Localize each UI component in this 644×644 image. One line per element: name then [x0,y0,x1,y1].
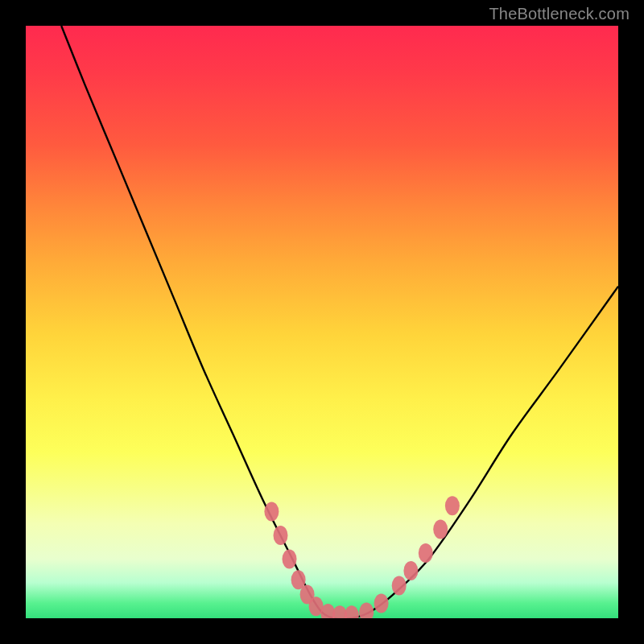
marker-dot [445,496,460,515]
marker-dot [374,594,389,613]
marker-dot [433,520,448,539]
chart-frame: TheBottleneck.com [0,0,644,644]
marker-dot [274,526,288,545]
plot-area [26,26,618,618]
marker-dot [403,561,418,580]
marker-dot [283,549,297,568]
marker-dot [419,543,433,563]
curve-markers [264,496,460,618]
marker-dot [264,502,279,522]
bottleneck-curve [61,26,618,618]
bottleneck-curve-svg [26,26,618,618]
marker-dot [359,603,374,618]
marker-dot [345,605,359,618]
marker-dot [392,576,407,596]
watermark-text: TheBottleneck.com [489,5,630,23]
